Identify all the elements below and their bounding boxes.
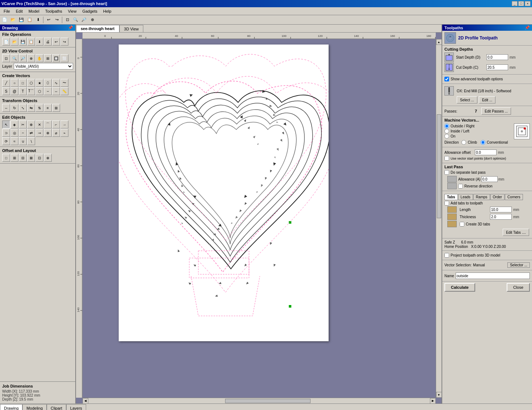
btm-tab-clipart[interactable]: Clipart (47, 404, 66, 410)
canvas-main-content[interactable] (83, 39, 436, 398)
move-btn[interactable]: ↔ (2, 104, 10, 112)
drawing-panel-pin[interactable]: 📌 (68, 25, 73, 30)
sub-tab-leads[interactable]: Leads (458, 194, 473, 200)
text-arc-btn[interactable]: T⌒ (27, 87, 35, 95)
toolpaths-pin[interactable]: 📌 (525, 25, 530, 30)
inside-left-radio[interactable] (444, 129, 449, 134)
view-all-btn[interactable]: ⬜ (60, 54, 68, 62)
sub-tab-corners[interactable]: Corners (505, 194, 523, 200)
reverse-btn[interactable]: ⟳ (2, 137, 10, 145)
v-scroll-thumb[interactable] (437, 114, 441, 219)
chamfer-btn[interactable]: ⌐ (52, 121, 60, 128)
align-btn[interactable]: ≡ (44, 104, 52, 112)
join-btn[interactable]: ⊃ (2, 129, 10, 137)
v-scroll-track[interactable] (436, 45, 442, 392)
zoom-out-view-btn[interactable]: 🔎 (19, 54, 27, 62)
new-drawing-btn[interactable]: 📄 (2, 38, 10, 46)
climb-radio[interactable] (461, 140, 466, 145)
union-btn[interactable]: ∪ (19, 137, 27, 145)
btm-tab-modeling[interactable]: Modeling (22, 404, 47, 410)
subtract-btn[interactable]: ∖ (27, 137, 35, 145)
do-separate-checkbox[interactable] (444, 170, 449, 175)
draw-polygon-btn[interactable]: ⬡ (27, 79, 35, 87)
node-edit-btn[interactable]: ⬡ (35, 87, 43, 95)
offset-layout-btn6[interactable]: ⊗ (44, 154, 52, 162)
btm-tab-drawing[interactable]: Drawing (0, 404, 22, 410)
break-btn[interactable]: ⊸ (35, 129, 43, 137)
mirror-v-btn[interactable]: ⇅ (35, 104, 43, 112)
close-tp-btn[interactable]: Close (507, 283, 530, 292)
offset-layout-btn1[interactable]: □ (2, 154, 10, 162)
offset-tool-btn[interactable]: ◎ (10, 129, 18, 137)
offset-layout-btn3[interactable]: ⊟ (19, 154, 27, 162)
draw-circle-btn[interactable]: ○ (10, 79, 18, 87)
redo-drawing-btn[interactable]: ↪ (60, 38, 68, 46)
save-btn[interactable]: 💾 (17, 16, 25, 24)
calculate-btn[interactable]: Calculate (444, 283, 475, 292)
h-scroll-track[interactable] (88, 398, 430, 404)
draw-line-btn[interactable]: ╱ (2, 79, 10, 87)
smooth2-btn[interactable]: ≈ (10, 137, 18, 145)
last-pass-allowance-input[interactable] (481, 176, 498, 182)
weld-btn[interactable]: ⊕ (27, 121, 35, 128)
name-input[interactable] (456, 272, 530, 279)
conventional-radio[interactable] (481, 140, 485, 145)
h-scroll-thumb[interactable] (225, 399, 311, 403)
rotate-btn[interactable]: ↻ (10, 104, 18, 112)
close-vec-btn[interactable]: ⌀ (52, 129, 60, 137)
edit-passes-btn[interactable]: Edit Passes ... (481, 107, 511, 115)
edit-tool-btn[interactable]: Edit ... (479, 96, 495, 103)
btm-tab-layers[interactable]: Layers (66, 404, 86, 410)
sub-tab-order[interactable]: Order (490, 194, 505, 200)
restore-btn[interactable]: □ (518, 1, 524, 6)
draw-star-btn[interactable]: ★ (35, 79, 43, 87)
fillet-btn[interactable]: ⌒ (44, 121, 52, 128)
v-scrollbar[interactable]: ▲ ▼ (436, 39, 442, 398)
pan-btn[interactable]: ✋ (35, 54, 43, 62)
v-scroll-down-btn[interactable]: ▼ (436, 392, 442, 398)
zoom-out-btn[interactable]: 🔎 (80, 16, 88, 24)
close-btn[interactable]: × (525, 1, 531, 6)
menu-view[interactable]: View (65, 8, 80, 14)
smooth-btn[interactable]: ⌣ (44, 87, 52, 95)
grid-btn[interactable]: ⊞ (44, 54, 52, 62)
zoom-sel-view-btn[interactable]: ⊕ (27, 54, 35, 62)
on-radio[interactable] (444, 134, 449, 139)
zoom-in-view-btn[interactable]: 🔍 (10, 54, 18, 62)
scale-btn[interactable]: ⤡ (19, 104, 27, 112)
open-btn[interactable]: 📂 (9, 16, 17, 24)
offset-layout-btn5[interactable]: ⊡ (35, 154, 43, 162)
menu-file[interactable]: File (1, 8, 13, 14)
menu-model[interactable]: Model (26, 8, 42, 14)
menu-edit[interactable]: Edit (13, 8, 26, 14)
trim-btn[interactable]: ✂ (19, 121, 27, 128)
draw-curve-btn[interactable]: ∿ (52, 79, 60, 87)
save-as-drawing-btn[interactable]: 📋 (27, 38, 35, 46)
select-node-btn[interactable]: ◈ (10, 121, 18, 128)
drawing-canvas[interactable]: 0 20 40 60 80 100 120 140 160 (76, 33, 442, 403)
allowance-input[interactable] (475, 149, 497, 155)
selector-btn[interactable]: Selector ... (507, 262, 530, 268)
snap-btn[interactable]: 🔲 (52, 54, 60, 62)
open-vec-btn[interactable]: ⌁ (60, 129, 68, 137)
project-tp-checkbox[interactable] (444, 253, 449, 258)
save-drawing-btn[interactable]: 💾 (19, 38, 27, 46)
menu-gadgets[interactable]: Gadgets (79, 8, 100, 14)
new-file-btn[interactable]: 📄 (1, 16, 9, 24)
add-tabs-checkbox[interactable] (444, 201, 449, 206)
tab-3d-view[interactable]: 3D View (119, 25, 144, 32)
create-3d-checkbox[interactable] (460, 222, 464, 227)
dimension-btn[interactable]: ↔ (52, 87, 60, 95)
text-tool-btn[interactable]: T (19, 87, 27, 95)
start-depth-input[interactable] (486, 54, 508, 60)
offset-layout-btn4[interactable]: ⊠ (27, 154, 35, 162)
mirror-h-btn[interactable]: ⇆ (27, 104, 35, 112)
sub-tab-ramps[interactable]: Ramps (473, 194, 490, 200)
group-btn[interactable]: ⊞ (52, 104, 60, 112)
tabs-thickness-input[interactable] (490, 214, 512, 220)
minimize-btn[interactable]: _ (512, 1, 518, 6)
convert-btn[interactable]: ⇄ (27, 129, 35, 137)
tab-see-through-heart[interactable]: see-through heart (76, 25, 119, 32)
zoom-fit-btn[interactable]: ⊡ (2, 54, 10, 62)
layer-select[interactable]: Visible_(ANSI) (14, 63, 73, 69)
